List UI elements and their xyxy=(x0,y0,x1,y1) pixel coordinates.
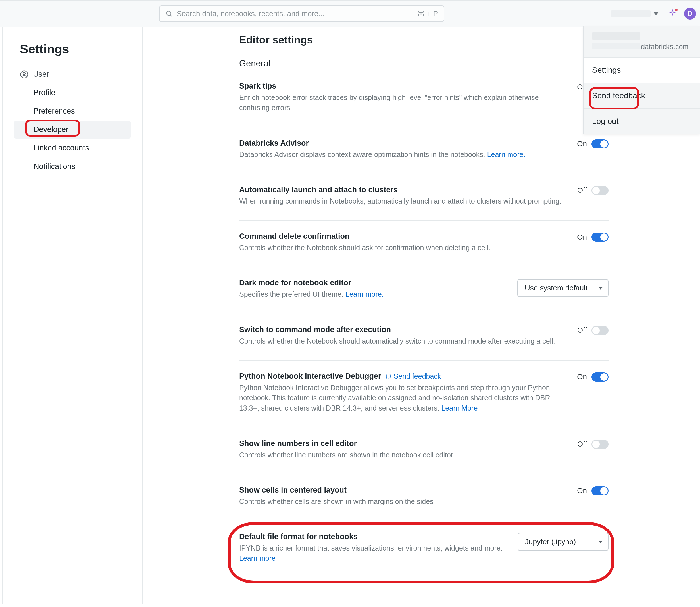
svg-point-3 xyxy=(23,72,25,75)
setting-delete_confirm: Command delete confirmationControls whet… xyxy=(239,232,608,267)
sidebar-title: Settings xyxy=(3,37,142,65)
setting-centered: Show cells in centered layoutControls wh… xyxy=(239,486,608,521)
toggle-debugger[interactable] xyxy=(592,373,608,381)
send-feedback-link[interactable]: Send feedback xyxy=(385,372,441,380)
toggle-state-label: On xyxy=(577,233,587,242)
workspace-name-redacted xyxy=(611,10,651,17)
toggle-advisor[interactable] xyxy=(592,140,608,148)
user-email-domain: databricks.com xyxy=(641,43,688,51)
notification-dot-icon xyxy=(675,8,678,11)
toggle-state-label: On xyxy=(577,486,587,495)
setting-title: Switch to command mode after execution xyxy=(239,326,569,334)
section-title: General xyxy=(239,59,608,69)
workspace-switcher[interactable] xyxy=(608,8,661,19)
select-file_format[interactable]: Jupyter (.ipynb) xyxy=(518,533,608,551)
setting-title: Show line numbers in cell editor xyxy=(239,439,569,448)
chevron-down-icon xyxy=(654,12,659,15)
user-name-redacted xyxy=(592,33,640,40)
page-title: Editor settings xyxy=(239,34,608,46)
setting-file_format: Default file format for notebooksIPYNB i… xyxy=(239,532,608,578)
setting-description: Controls whether line numbers are shown … xyxy=(239,450,569,460)
search-icon xyxy=(165,10,173,17)
sidebar-section-user: User xyxy=(3,65,142,83)
setting-dark_mode: Dark mode for notebook editorSpecifies t… xyxy=(239,278,608,314)
setting-title: Default file format for notebooks xyxy=(239,532,509,541)
setting-description: When running commands in Notebooks, auto… xyxy=(239,196,569,206)
learn-more-link[interactable]: Learn more. xyxy=(345,290,384,298)
setting-debugger: Python Notebook Interactive DebuggerSend… xyxy=(239,372,608,428)
search-placeholder: Search data, notebooks, recents, and mor… xyxy=(177,9,417,18)
setting-description: Enrich notebook error stack traces by di… xyxy=(239,92,568,113)
learn-more-link[interactable]: Learn More xyxy=(441,404,478,412)
toggle-state-label: On xyxy=(577,373,587,381)
setting-title: Automatically launch and attach to clust… xyxy=(239,185,569,194)
setting-description: Databricks Advisor displays context-awar… xyxy=(239,149,568,160)
settings-sidebar: Settings User ProfilePreferencesDevelope… xyxy=(3,27,143,604)
select-dark_mode[interactable]: Use system default… xyxy=(517,279,608,297)
sidebar-item-developer[interactable]: Developer xyxy=(14,121,131,139)
setting-advisor: Databricks AdvisorDatabricks Advisor dis… xyxy=(239,139,608,174)
setting-title: Dark mode for notebook editor xyxy=(239,278,509,287)
toggle-state-label: Off xyxy=(577,440,587,448)
user-menu: databricks.com SettingsSend feedbackLog … xyxy=(583,26,700,134)
setting-auto_launch: Automatically launch and attach to clust… xyxy=(239,185,608,221)
setting-description: Python Notebook Interactive Debugger all… xyxy=(239,382,568,413)
setting-description: IPYNB is a richer format that saves visu… xyxy=(239,543,509,564)
setting-title: Show cells in centered layout xyxy=(239,486,568,495)
sidebar-item-profile[interactable]: Profile xyxy=(14,84,131,102)
setting-title: Command delete confirmation xyxy=(239,232,568,241)
global-search[interactable]: Search data, notebooks, recents, and mor… xyxy=(159,5,444,22)
user-menu-header: databricks.com xyxy=(583,26,700,58)
setting-title: Spark tips xyxy=(239,82,568,90)
sidebar-item-notifications[interactable]: Notifications xyxy=(14,158,131,175)
toggle-state-label: On xyxy=(577,140,587,148)
setting-description: Controls whether cells are shown in with… xyxy=(239,496,568,506)
toggle-command_mode[interactable] xyxy=(592,326,608,335)
toggle-delete_confirm[interactable] xyxy=(592,232,608,242)
toggle-centered[interactable] xyxy=(592,486,608,496)
sidebar-section-label: User xyxy=(33,70,49,79)
setting-description: Controls whether the Notebook should aut… xyxy=(239,336,569,346)
setting-description: Specifies the preferred UI theme. Learn … xyxy=(239,289,509,299)
setting-title: Python Notebook Interactive DebuggerSend… xyxy=(239,372,568,381)
toggle-line_numbers[interactable] xyxy=(592,440,608,449)
toggle-state-label: Off xyxy=(577,186,587,195)
user-menu-item-log-out[interactable]: Log out xyxy=(583,109,700,134)
assistant-icon[interactable] xyxy=(667,9,677,18)
svg-line-1 xyxy=(171,15,172,17)
top-bar: Search data, notebooks, recents, and mor… xyxy=(0,0,700,27)
user-menu-item-settings[interactable]: Settings xyxy=(583,58,700,83)
learn-more-link[interactable]: Learn more xyxy=(239,554,276,562)
setting-command_mode: Switch to command mode after executionCo… xyxy=(239,326,608,360)
svg-point-0 xyxy=(166,11,171,15)
setting-line_numbers: Show line numbers in cell editorControls… xyxy=(239,439,608,475)
user-email-redacted xyxy=(592,43,640,49)
search-shortcut: ⌘ + P xyxy=(417,9,438,18)
toggle-auto_launch[interactable] xyxy=(592,186,608,195)
setting-spark_tips: Spark tipsEnrich notebook error stack tr… xyxy=(239,82,608,127)
chevron-down-icon xyxy=(598,541,603,543)
user-icon xyxy=(20,70,28,79)
toggle-state-label: Off xyxy=(577,326,587,335)
setting-title: Databricks Advisor xyxy=(239,139,568,148)
sidebar-item-preferences[interactable]: Preferences xyxy=(14,102,131,120)
user-menu-item-send-feedback[interactable]: Send feedback xyxy=(583,83,700,109)
avatar[interactable]: D xyxy=(684,8,696,20)
learn-more-link[interactable]: Learn more. xyxy=(487,150,525,159)
setting-description: Controls whether the Notebook should ask… xyxy=(239,243,568,253)
chevron-down-icon xyxy=(598,287,603,290)
sidebar-item-linked-accounts[interactable]: Linked accounts xyxy=(14,139,131,157)
